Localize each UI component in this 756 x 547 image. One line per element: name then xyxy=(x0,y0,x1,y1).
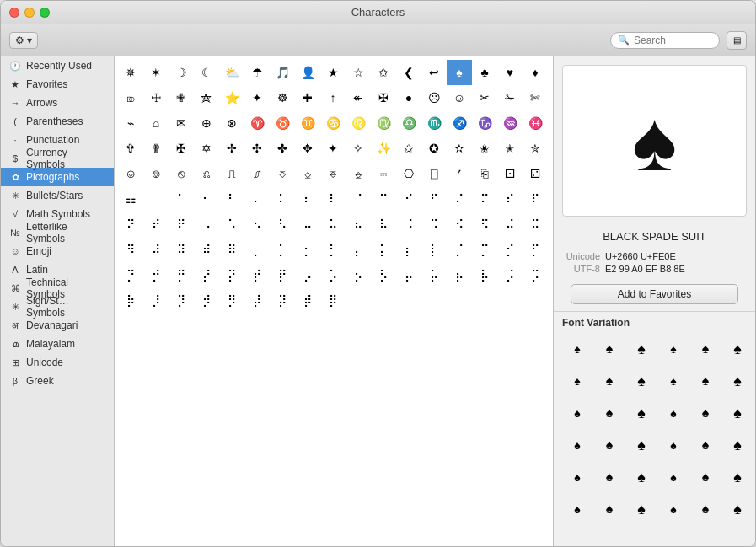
font-var-cell[interactable]: ♠ xyxy=(562,462,592,492)
font-var-cell[interactable]: ♠ xyxy=(658,334,689,364)
char-cell[interactable]: ⠬ xyxy=(497,212,523,237)
char-cell[interactable]: ⡆ xyxy=(396,237,421,262)
char-cell[interactable]: ♏ xyxy=(421,110,447,136)
char-cell[interactable]: ♦ xyxy=(523,60,548,85)
char-cell[interactable]: ✁ xyxy=(497,85,523,110)
char-cell[interactable]: ⡣ xyxy=(371,262,396,287)
font-var-cell[interactable]: ♠ xyxy=(562,494,592,524)
char-cell[interactable]: ⠧ xyxy=(371,212,396,237)
char-cell[interactable]: ☸ xyxy=(270,85,295,110)
char-cell[interactable]: ↩ xyxy=(421,60,447,85)
char-cell[interactable]: ✄ xyxy=(523,85,548,110)
font-var-cell[interactable]: ♠ xyxy=(626,430,657,460)
char-cell[interactable]: ⠃ xyxy=(219,186,244,212)
char-cell[interactable]: ⡩ xyxy=(523,262,548,287)
char-cell[interactable]: ⠡ xyxy=(219,212,244,237)
char-cell[interactable]: ☽ xyxy=(169,60,194,85)
minimize-button[interactable] xyxy=(24,8,35,18)
char-cell[interactable]: ↑ xyxy=(320,85,346,110)
font-var-cell[interactable]: ♠ xyxy=(722,334,753,364)
char-cell[interactable]: ⡧ xyxy=(472,262,497,287)
char-cell[interactable]: ⡾ xyxy=(295,287,320,313)
char-cell[interactable]: ⡨ xyxy=(497,262,523,287)
font-var-cell[interactable]: ♠ xyxy=(594,398,625,428)
char-cell[interactable]: ⠇ xyxy=(320,186,346,212)
char-cell[interactable]: ⠼ xyxy=(143,237,169,262)
char-cell[interactable]: ⎏ xyxy=(270,161,295,186)
sidebar-item-pictographs[interactable]: ✿Pictographs xyxy=(1,168,114,186)
sidebar-item-arrows[interactable]: →Arrows xyxy=(1,94,114,112)
char-cell[interactable]: ⎗ xyxy=(472,161,497,186)
char-cell[interactable]: ⡠ xyxy=(295,262,320,287)
char-cell[interactable]: ⚏ xyxy=(118,186,143,212)
font-var-cell[interactable]: ♠ xyxy=(626,398,657,428)
char-cell[interactable]: ⚁ xyxy=(523,161,548,186)
char-cell[interactable]: ☾ xyxy=(194,60,219,85)
char-cell[interactable]: ⡇ xyxy=(421,237,447,262)
char-cell[interactable]: ⡙ xyxy=(118,262,143,287)
sidebar-item-sign[interactable]: ✳Sign/St…Symbols xyxy=(1,298,114,316)
char-cell[interactable]: ⠉ xyxy=(371,186,396,212)
font-var-cell[interactable]: ♠ xyxy=(722,366,753,396)
char-cell[interactable]: ✬ xyxy=(472,136,497,161)
char-cell[interactable]: ⡿ xyxy=(320,287,346,313)
char-cell[interactable]: ⠦ xyxy=(346,212,371,237)
char-cell[interactable]: ✦ xyxy=(244,85,270,110)
char-cell[interactable]: ⡋ xyxy=(523,237,548,262)
char-cell[interactable]: ☆ xyxy=(346,60,371,85)
char-cell[interactable]: ✩ xyxy=(396,136,421,161)
char-cell[interactable]: ⡡ xyxy=(320,262,346,287)
char-cell[interactable]: ⡢ xyxy=(346,262,371,287)
char-cell[interactable]: ⛅ xyxy=(219,60,244,85)
font-var-cell[interactable]: ♠ xyxy=(594,430,625,460)
char-cell[interactable]: ⠿ xyxy=(219,237,244,262)
char-cell[interactable]: ⡹ xyxy=(169,287,194,313)
char-cell[interactable]: ⠏ xyxy=(523,186,548,212)
char-cell[interactable]: ♉ xyxy=(270,110,295,136)
char-cell[interactable]: ⠅ xyxy=(270,186,295,212)
font-var-cell[interactable]: ♠ xyxy=(626,366,657,396)
sidebar-item-emoji[interactable]: ☺Emoji xyxy=(1,242,114,260)
char-cell[interactable]: ⡚ xyxy=(143,262,169,287)
char-cell[interactable]: ⚀ xyxy=(497,161,523,186)
char-cell[interactable]: ⌁ xyxy=(118,110,143,136)
char-cell[interactable]: ⠌ xyxy=(447,186,472,212)
font-var-cell[interactable]: ♠ xyxy=(594,494,625,524)
char-cell[interactable]: ⡃ xyxy=(320,237,346,262)
char-cell[interactable]: ♋ xyxy=(320,110,346,136)
char-cell[interactable]: ♓ xyxy=(523,110,548,136)
char-cell[interactable]: ⠈ xyxy=(346,186,371,212)
char-cell[interactable]: ⎔ xyxy=(396,161,421,186)
char-cell[interactable]: ☺ xyxy=(447,85,472,110)
font-var-cell[interactable]: ♠ xyxy=(562,334,592,364)
char-cell[interactable]: ⊗ xyxy=(219,110,244,136)
char-cell[interactable]: ★ xyxy=(320,60,346,85)
char-cell[interactable]: ⎉ xyxy=(118,161,143,186)
sidebar-item-bullets[interactable]: ✳Bullets/Stars xyxy=(1,186,114,205)
font-var-cell[interactable]: ♠ xyxy=(658,494,689,524)
font-var-cell[interactable]: ♠ xyxy=(690,462,721,492)
char-cell[interactable]: ⠊ xyxy=(396,186,421,212)
char-cell[interactable]: ⡥ xyxy=(421,262,447,287)
char-cell[interactable]: ⡞ xyxy=(244,262,270,287)
font-var-cell[interactable]: ♠ xyxy=(658,398,689,428)
char-cell[interactable]: ⡊ xyxy=(497,237,523,262)
char-cell[interactable]: ⡉ xyxy=(472,237,497,262)
char-cell[interactable]: ⎑ xyxy=(320,161,346,186)
char-cell[interactable]: 🎵 xyxy=(270,60,295,85)
font-var-cell[interactable]: ♠ xyxy=(594,366,625,396)
close-button[interactable] xyxy=(9,8,19,18)
char-cell[interactable]: ⎎ xyxy=(244,161,270,186)
char-cell[interactable]: ⠁ xyxy=(169,186,194,212)
char-cell[interactable]: ♍ xyxy=(371,110,396,136)
char-cell[interactable]: ⎍ xyxy=(219,161,244,186)
char-cell[interactable]: ⠎ xyxy=(497,186,523,212)
char-cell[interactable]: ⎐ xyxy=(295,161,320,186)
font-var-cell[interactable]: ♠ xyxy=(658,462,689,492)
char-cell[interactable]: ✨ xyxy=(371,136,396,161)
char-cell[interactable]: ♊ xyxy=(295,110,320,136)
char-cell[interactable]: ⠪ xyxy=(447,212,472,237)
sidebar-item-parentheses[interactable]: (Parentheses xyxy=(1,112,114,131)
char-cell[interactable]: ♎ xyxy=(396,110,421,136)
char-cell[interactable]: ✭ xyxy=(497,136,523,161)
